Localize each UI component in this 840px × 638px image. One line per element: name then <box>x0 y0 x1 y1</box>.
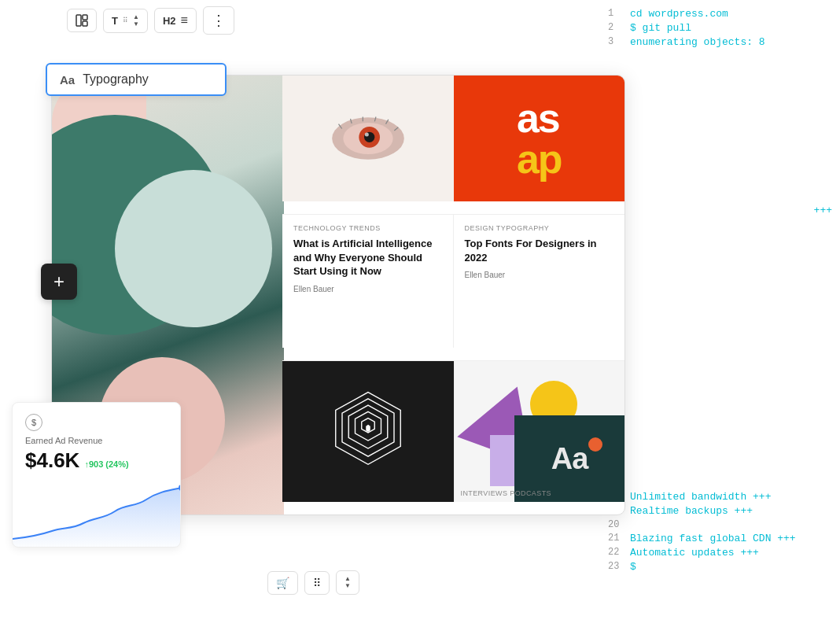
bottom-grid-button[interactable]: ⠿ <box>304 571 330 595</box>
asap-line2: ap <box>517 138 562 179</box>
article-card-1[interactable]: TECHNOLOGY TRENDS What is Artificial Int… <box>282 214 454 348</box>
ad-revenue-card: $ Earned Ad Revenue $4.6K ↑903 (24%) <box>12 402 181 548</box>
revenue-label: Earned Ad Revenue <box>25 436 168 445</box>
svg-rect-2 <box>83 21 87 26</box>
chevron-up-icon: ▲ <box>344 576 351 582</box>
more-options-button[interactable]: ⋮ <box>203 6 234 35</box>
aa-card-text: Aa <box>551 442 588 476</box>
code-text: enumerating objects: 8 <box>630 36 765 48</box>
h2-button[interactable]: H2 ≡ <box>154 8 197 33</box>
text-align-button[interactable]: T ⠿ ▲▼ <box>103 9 148 33</box>
svg-rect-1 <box>83 15 87 20</box>
typography-panel[interactable]: Aa Typography <box>46 63 227 96</box>
cart-icon: 🛒 <box>276 577 289 589</box>
aa-icon: Aa <box>60 73 75 87</box>
article1-title: What is Artificial Intelligence and Why … <box>293 237 442 278</box>
asap-line1: as <box>517 98 562 138</box>
chevron-down-icon: ▼ <box>344 583 351 589</box>
svg-rect-0 <box>76 15 81 26</box>
terminal-line-2: 2 $ git pull <box>608 22 828 34</box>
terminal-right: 1 cd wordpress.com 2 $ git pull 3 enumer… <box>596 0 840 638</box>
geometric-card <box>282 360 454 502</box>
add-block-button[interactable]: + <box>41 264 77 300</box>
plus-icon: + <box>53 271 64 293</box>
svg-marker-19 <box>366 424 370 431</box>
revenue-amount: $4.6K ↑903 (24%) <box>25 448 168 473</box>
article1-category: TECHNOLOGY TRENDS <box>293 224 442 232</box>
content-grid: as ap TECHNOLOGY TRENDS What is Artifici… <box>282 76 624 514</box>
article2-author: Ellen Bauer <box>465 271 614 279</box>
h2-label: H2 <box>163 15 176 27</box>
typography-label: Typography <box>83 72 149 87</box>
bottom-category-label: INTERVIEWS PODCASTS <box>461 489 551 497</box>
sparkline-chart <box>13 484 181 547</box>
article-card-2[interactable]: DESIGN TYPOGRAPHY Top Fonts For Designer… <box>454 214 625 348</box>
asap-poster-card: as ap <box>454 76 625 201</box>
article2-title: Top Fonts For Designers in 2022 <box>465 237 614 264</box>
bottom-toolbar: 🛒 ⠿ ▲ ▼ <box>267 570 359 595</box>
article1-author: Ellen Bauer <box>293 285 442 293</box>
editor-toolbar: T ⠿ ▲▼ H2 ≡ ⋮ <box>67 6 234 35</box>
revenue-change: ↑903 (24%) <box>84 459 128 469</box>
dollar-icon: $ <box>25 414 42 431</box>
eye-image-card <box>282 76 454 201</box>
article2-category: DESIGN TYPOGRAPHY <box>465 224 614 232</box>
eye-svg <box>329 111 407 166</box>
grid-icon: ⠿ <box>313 577 321 589</box>
layout-button[interactable] <box>67 9 97 32</box>
hexagon-svg <box>325 389 411 475</box>
bottom-chevron-button[interactable]: ▲ ▼ <box>336 570 359 595</box>
terminal-bottom-lines: 18 Unlimited bandwidth +++ 19 Realtime b… <box>608 491 832 575</box>
cart-button[interactable]: 🛒 <box>267 571 298 595</box>
shapes-card: Aa INTERVIEWS PODCASTS <box>454 360 625 502</box>
svg-point-7 <box>365 133 369 137</box>
terminal-line-1: 1 cd wordpress.com <box>608 8 828 20</box>
line-number: 1 <box>608 8 630 19</box>
line-number: 3 <box>608 36 630 47</box>
plus-right-label: +++ <box>814 205 832 216</box>
shape-light-circle <box>115 170 272 327</box>
line-number: 2 <box>608 22 630 33</box>
code-text: $ git pull <box>630 22 691 34</box>
aa-dot <box>588 437 602 452</box>
code-text: cd wordpress.com <box>630 8 728 20</box>
terminal-line-3: 3 enumerating objects: 8 <box>608 36 828 48</box>
